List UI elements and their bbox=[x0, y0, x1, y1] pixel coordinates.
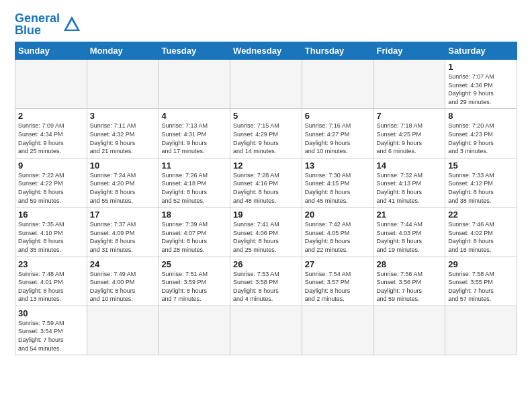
calendar-cell bbox=[302, 60, 373, 109]
weekday-header-wednesday: Wednesday bbox=[230, 42, 302, 60]
cell-sun-info: Sunrise: 7:20 AM Sunset: 4:23 PM Dayligh… bbox=[448, 122, 514, 155]
cell-day-number: 3 bbox=[90, 111, 156, 121]
calendar-cell: 4Sunrise: 7:13 AM Sunset: 4:31 PM Daylig… bbox=[159, 109, 230, 158]
weekday-header-monday: Monday bbox=[87, 42, 159, 60]
cell-day-number: 8 bbox=[448, 111, 514, 121]
calendar-cell: 18Sunrise: 7:39 AM Sunset: 4:07 PM Dayli… bbox=[159, 208, 230, 257]
calendar-cell: 25Sunrise: 7:51 AM Sunset: 3:59 PM Dayli… bbox=[159, 257, 230, 306]
header: GeneralBlue bbox=[15, 12, 517, 36]
cell-sun-info: Sunrise: 7:56 AM Sunset: 3:56 PM Dayligh… bbox=[377, 270, 443, 304]
calendar-week-row: 23Sunrise: 7:48 AM Sunset: 4:01 PM Dayli… bbox=[15, 257, 517, 306]
cell-day-number: 9 bbox=[18, 161, 84, 171]
cell-sun-info: Sunrise: 7:18 AM Sunset: 4:25 PM Dayligh… bbox=[377, 122, 443, 155]
calendar-cell: 12Sunrise: 7:28 AM Sunset: 4:16 PM Dayli… bbox=[230, 158, 302, 207]
calendar-cell: 27Sunrise: 7:54 AM Sunset: 3:57 PM Dayli… bbox=[302, 257, 373, 306]
cell-sun-info: Sunrise: 7:53 AM Sunset: 3:58 PM Dayligh… bbox=[233, 270, 299, 304]
calendar-cell: 2Sunrise: 7:09 AM Sunset: 4:34 PM Daylig… bbox=[15, 109, 87, 158]
cell-sun-info: Sunrise: 7:48 AM Sunset: 4:01 PM Dayligh… bbox=[18, 270, 84, 304]
cell-sun-info: Sunrise: 7:11 AM Sunset: 4:32 PM Dayligh… bbox=[90, 122, 156, 155]
cell-sun-info: Sunrise: 7:26 AM Sunset: 4:18 PM Dayligh… bbox=[161, 171, 227, 205]
logo-icon bbox=[62, 15, 81, 34]
cell-day-number: 14 bbox=[377, 161, 443, 171]
calendar-cell: 7Sunrise: 7:18 AM Sunset: 4:25 PM Daylig… bbox=[373, 109, 445, 158]
calendar-cell: 8Sunrise: 7:20 AM Sunset: 4:23 PM Daylig… bbox=[445, 109, 517, 158]
calendar-cell: 9Sunrise: 7:22 AM Sunset: 4:22 PM Daylig… bbox=[15, 158, 87, 207]
cell-sun-info: Sunrise: 7:41 AM Sunset: 4:06 PM Dayligh… bbox=[233, 220, 299, 254]
cell-sun-info: Sunrise: 7:58 AM Sunset: 3:55 PM Dayligh… bbox=[448, 270, 514, 304]
cell-day-number: 24 bbox=[90, 259, 156, 269]
cell-sun-info: Sunrise: 7:22 AM Sunset: 4:22 PM Dayligh… bbox=[18, 171, 84, 205]
cell-day-number: 20 bbox=[305, 210, 371, 220]
calendar-cell: 19Sunrise: 7:41 AM Sunset: 4:06 PM Dayli… bbox=[230, 208, 302, 257]
calendar-cell: 24Sunrise: 7:49 AM Sunset: 4:00 PM Dayli… bbox=[87, 257, 159, 306]
calendar-cell: 21Sunrise: 7:44 AM Sunset: 4:03 PM Dayli… bbox=[373, 208, 445, 257]
cell-day-number: 5 bbox=[233, 111, 299, 121]
calendar-cell: 23Sunrise: 7:48 AM Sunset: 4:01 PM Dayli… bbox=[15, 257, 87, 306]
calendar-cell bbox=[87, 60, 159, 109]
cell-sun-info: Sunrise: 7:28 AM Sunset: 4:16 PM Dayligh… bbox=[233, 171, 299, 205]
calendar-cell bbox=[230, 60, 302, 109]
cell-day-number: 26 bbox=[233, 259, 299, 269]
cell-sun-info: Sunrise: 7:32 AM Sunset: 4:13 PM Dayligh… bbox=[377, 171, 443, 205]
calendar-week-row: 30Sunrise: 7:59 AM Sunset: 3:54 PM Dayli… bbox=[15, 306, 517, 355]
cell-day-number: 2 bbox=[18, 111, 84, 121]
calendar-cell: 13Sunrise: 7:30 AM Sunset: 4:15 PM Dayli… bbox=[302, 158, 373, 207]
calendar-week-row: 1Sunrise: 7:07 AM Sunset: 4:36 PM Daylig… bbox=[15, 60, 517, 109]
cell-sun-info: Sunrise: 7:42 AM Sunset: 4:05 PM Dayligh… bbox=[305, 220, 371, 254]
calendar-cell: 5Sunrise: 7:15 AM Sunset: 4:29 PM Daylig… bbox=[230, 109, 302, 158]
calendar-cell: 16Sunrise: 7:35 AM Sunset: 4:10 PM Dayli… bbox=[15, 208, 87, 257]
cell-day-number: 19 bbox=[233, 210, 299, 220]
calendar-cell: 29Sunrise: 7:58 AM Sunset: 3:55 PM Dayli… bbox=[445, 257, 517, 306]
cell-day-number: 15 bbox=[448, 161, 514, 171]
cell-day-number: 6 bbox=[305, 111, 371, 121]
weekday-header-row: SundayMondayTuesdayWednesdayThursdayFrid… bbox=[15, 42, 517, 60]
cell-sun-info: Sunrise: 7:46 AM Sunset: 4:02 PM Dayligh… bbox=[448, 220, 514, 254]
cell-sun-info: Sunrise: 7:51 AM Sunset: 3:59 PM Dayligh… bbox=[161, 270, 227, 304]
cell-sun-info: Sunrise: 7:49 AM Sunset: 4:00 PM Dayligh… bbox=[90, 270, 156, 304]
calendar-week-row: 2Sunrise: 7:09 AM Sunset: 4:34 PM Daylig… bbox=[15, 109, 517, 158]
calendar-cell: 10Sunrise: 7:24 AM Sunset: 4:20 PM Dayli… bbox=[87, 158, 159, 207]
calendar-cell bbox=[159, 60, 230, 109]
calendar-cell bbox=[445, 306, 517, 355]
cell-day-number: 22 bbox=[448, 210, 514, 220]
logo-text: GeneralBlue bbox=[15, 12, 60, 36]
calendar-cell bbox=[87, 306, 159, 355]
calendar-cell: 22Sunrise: 7:46 AM Sunset: 4:02 PM Dayli… bbox=[445, 208, 517, 257]
cell-day-number: 17 bbox=[90, 210, 156, 220]
calendar-week-row: 9Sunrise: 7:22 AM Sunset: 4:22 PM Daylig… bbox=[15, 158, 517, 207]
cell-sun-info: Sunrise: 7:24 AM Sunset: 4:20 PM Dayligh… bbox=[90, 171, 156, 205]
page: GeneralBlue SundayMondayTuesdayWednesday… bbox=[0, 0, 532, 411]
cell-day-number: 16 bbox=[18, 210, 84, 220]
cell-sun-info: Sunrise: 7:13 AM Sunset: 4:31 PM Dayligh… bbox=[161, 122, 227, 155]
cell-sun-info: Sunrise: 7:44 AM Sunset: 4:03 PM Dayligh… bbox=[377, 220, 443, 254]
cell-day-number: 1 bbox=[448, 62, 514, 72]
calendar-cell bbox=[302, 306, 373, 355]
calendar-table: SundayMondayTuesdayWednesdayThursdayFrid… bbox=[15, 42, 517, 355]
weekday-header-saturday: Saturday bbox=[445, 42, 517, 60]
calendar-cell: 28Sunrise: 7:56 AM Sunset: 3:56 PM Dayli… bbox=[373, 257, 445, 306]
calendar-cell: 26Sunrise: 7:53 AM Sunset: 3:58 PM Dayli… bbox=[230, 257, 302, 306]
calendar-cell: 3Sunrise: 7:11 AM Sunset: 4:32 PM Daylig… bbox=[87, 109, 159, 158]
weekday-header-friday: Friday bbox=[373, 42, 445, 60]
calendar-cell bbox=[373, 60, 445, 109]
calendar-cell bbox=[15, 60, 87, 109]
weekday-header-thursday: Thursday bbox=[302, 42, 373, 60]
calendar-cell: 1Sunrise: 7:07 AM Sunset: 4:36 PM Daylig… bbox=[445, 60, 517, 109]
calendar-cell: 11Sunrise: 7:26 AM Sunset: 4:18 PM Dayli… bbox=[159, 158, 230, 207]
cell-day-number: 25 bbox=[161, 259, 227, 269]
cell-sun-info: Sunrise: 7:33 AM Sunset: 4:12 PM Dayligh… bbox=[448, 171, 514, 205]
cell-day-number: 13 bbox=[305, 161, 371, 171]
cell-day-number: 4 bbox=[161, 111, 227, 121]
cell-day-number: 21 bbox=[377, 210, 443, 220]
calendar-cell bbox=[159, 306, 230, 355]
logo: GeneralBlue bbox=[15, 12, 81, 36]
cell-sun-info: Sunrise: 7:15 AM Sunset: 4:29 PM Dayligh… bbox=[233, 122, 299, 155]
cell-sun-info: Sunrise: 7:37 AM Sunset: 4:09 PM Dayligh… bbox=[90, 220, 156, 254]
cell-day-number: 23 bbox=[18, 259, 84, 269]
cell-sun-info: Sunrise: 7:59 AM Sunset: 3:54 PM Dayligh… bbox=[18, 319, 84, 353]
cell-day-number: 7 bbox=[377, 111, 443, 121]
cell-day-number: 18 bbox=[161, 210, 227, 220]
calendar-week-row: 16Sunrise: 7:35 AM Sunset: 4:10 PM Dayli… bbox=[15, 208, 517, 257]
cell-sun-info: Sunrise: 7:39 AM Sunset: 4:07 PM Dayligh… bbox=[161, 220, 227, 254]
calendar-cell: 15Sunrise: 7:33 AM Sunset: 4:12 PM Dayli… bbox=[445, 158, 517, 207]
